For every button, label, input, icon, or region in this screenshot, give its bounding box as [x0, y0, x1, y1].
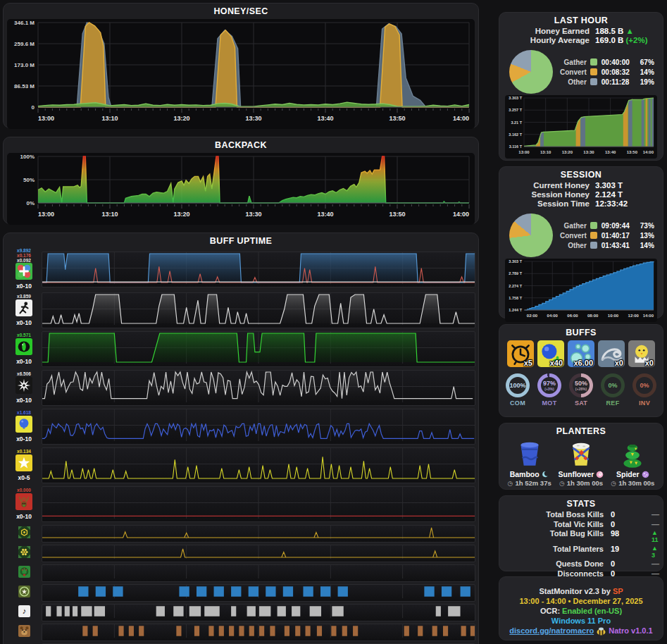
stat-row-total-bug-kills: Total Bug Kills98▲ 11 — [505, 529, 657, 543]
svg-text:3.162 T: 3.162 T — [509, 132, 522, 137]
discord-link[interactable]: discord.gg/natromacro — [509, 626, 594, 635]
session-legend-gather: Gather09:09:4473% — [560, 222, 660, 230]
lh-chart-svg: 3.303 T3.257 T3.21 T3.162 T3.116 T13:001… — [505, 95, 657, 156]
buff-multiplier: x0.000 — [17, 488, 31, 493]
hourly-average-row: Hourly Average 169.0 B (+2%) — [506, 36, 656, 44]
session-time-value: 12:33:42 — [595, 199, 656, 208]
about-link-line: discord.gg/natromacro Natro v1.0.1 — [499, 626, 663, 636]
stat-delta: — — [639, 510, 659, 519]
natro-version: Natro v1.0.1 — [609, 626, 652, 635]
buff-uptime-title: BUFF UPTIME — [4, 236, 478, 246]
buff-row-10 — [6, 564, 475, 582]
buff-range-label: x0-10 — [16, 514, 32, 520]
spiderpot-planter-icon — [616, 439, 649, 469]
gauge-percent: 0% — [608, 383, 617, 389]
buff-count: x0 — [615, 359, 623, 367]
gauge-ref: 0%REF — [600, 373, 625, 407]
buff-multiplier: x0.571 — [17, 333, 31, 338]
session-honey-value: 2.124 T — [595, 190, 656, 199]
gauge-bonus: (+3%) — [544, 387, 554, 391]
author-name: SP — [613, 587, 623, 595]
gauge-label: INV — [639, 400, 650, 407]
buff-multiplier: x3.859 — [17, 295, 31, 299]
stat-label: Total Boss Kills — [505, 510, 611, 519]
stat-delta: — — [639, 559, 659, 568]
bear-icon — [18, 625, 30, 637]
buff-lane — [42, 486, 475, 522]
gauge-percent: 97% — [543, 380, 556, 387]
buff-row-label: x1.618x0-10 — [6, 411, 42, 442]
buff-lane-chart — [42, 605, 475, 618]
svg-text:13:40: 13:40 — [605, 150, 616, 154]
svg-text:13:30: 13:30 — [583, 150, 594, 154]
hex-badge-icon — [18, 526, 30, 538]
honey-earned-value: 188.5 B ▲ — [595, 27, 656, 35]
svg-text:02:00: 02:00 — [527, 314, 538, 318]
honey-per-sec-chart: 346.1 M259.6 M173.0 M86.53 M013:0013:101… — [7, 19, 475, 129]
buff-lane — [42, 370, 475, 406]
svg-text:50%: 50% — [23, 177, 35, 183]
buff-multiplier: x1.618 — [17, 411, 31, 416]
stat-row-total-planters: Total Planters19▲ 3 — [505, 545, 657, 559]
buff-row-label — [6, 546, 42, 561]
session-honey-label: Session Honey — [506, 190, 590, 199]
gauge-label: SAT — [575, 400, 587, 407]
svg-text:14:00: 14:00 — [643, 314, 654, 318]
svg-text:13:00: 13:00 — [38, 115, 54, 122]
reindeer-icon — [15, 493, 32, 510]
svg-text:173.0 M: 173.0 M — [14, 62, 35, 68]
buff-row-5: x1.618x0-10 — [6, 409, 475, 445]
buff-row-12: ♪ — [6, 604, 475, 621]
buff-row-9 — [6, 545, 475, 562]
chick-buff-tile: x0 — [628, 340, 655, 367]
stat-label: Total Planters — [505, 545, 611, 559]
svg-text:346.1 M: 346.1 M — [14, 20, 35, 26]
svg-text:12:00: 12:00 — [628, 314, 640, 318]
last-hour-chart: 3.303 T3.257 T3.21 T3.162 T3.116 T13:001… — [505, 95, 657, 159]
mushroom-field-icon — [642, 471, 649, 478]
session-pie-legend: Gather09:09:4473%Convert01:40:1713%Other… — [560, 220, 660, 252]
wave-buff-tile: x0 — [598, 340, 625, 367]
buff-lane — [42, 545, 475, 562]
buff-lane — [42, 584, 475, 602]
honey-earned-row: Honey Earned 188.5 B ▲ — [506, 27, 656, 35]
gauge-ring: 97%(+3%) — [537, 373, 561, 397]
svg-text:2.274 T: 2.274 T — [509, 284, 522, 288]
svg-text:0: 0 — [32, 104, 35, 111]
current-honey-label: Current Honey — [506, 181, 590, 190]
buffs-panel: BUFFS x5x40x6.00x0x0 100%COM97%(+3%)MOT5… — [499, 324, 663, 417]
planter-name: Spider — [616, 470, 649, 478]
haste-icon — [15, 299, 32, 316]
buff-row-3: x0.571x0-10 — [6, 331, 475, 367]
svg-text:13:30: 13:30 — [245, 211, 261, 218]
gauge-label: REF — [606, 400, 620, 407]
svg-text:13:10: 13:10 — [540, 150, 551, 154]
buff-multiplier: x0.134 — [17, 450, 31, 454]
natro-bee-icon — [596, 627, 606, 636]
swirl-field-icon — [596, 471, 604, 478]
buff-icons-row: x5x40x6.00x0x0 — [499, 340, 663, 367]
buff-lane — [42, 292, 475, 328]
gauge-percent: 50% — [575, 380, 587, 387]
bucket-planter-icon — [513, 439, 546, 469]
focus-icon — [15, 338, 32, 355]
stat-delta: ▲ 3 — [639, 545, 658, 559]
svg-text:08:00: 08:00 — [587, 314, 599, 318]
svg-text:1.758 T: 1.758 T — [509, 296, 522, 300]
buff-row-label — [6, 566, 42, 581]
gauge-sat: 50%(+28%)SAT — [568, 373, 594, 407]
last-hour-legend-gather: Gather00:40:0067% — [560, 58, 660, 66]
backpack-chart: 100%50%0%13:0013:1013:2013:3013:4013:501… — [7, 153, 475, 225]
honey-chart-svg: 346.1 M259.6 M173.0 M86.53 M013:0013:101… — [7, 19, 475, 126]
stat-label: Total Vic Kills — [505, 520, 611, 528]
stat-row-total-boss-kills: Total Boss Kills0— — [505, 510, 657, 519]
gauge-mot: 97%(+3%)MOT — [537, 373, 562, 407]
svg-text:13:30: 13:30 — [245, 115, 261, 122]
session-pie-block: Gather09:09:4473%Convert01:40:1713%Other… — [509, 213, 656, 257]
stats-title: STATS — [499, 499, 663, 509]
planter-sunflower: Sunflower◷1h 30m 00s — [556, 439, 606, 487]
stat-value: 19 — [611, 545, 639, 559]
gauge-ring: 0% — [601, 373, 625, 397]
legend-swatch — [590, 58, 597, 66]
legend-swatch — [590, 78, 597, 85]
